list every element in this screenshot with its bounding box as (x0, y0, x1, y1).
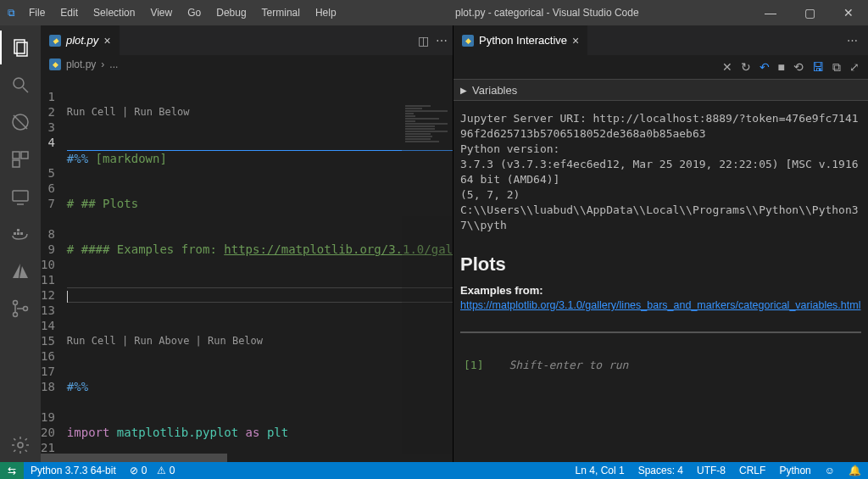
eol[interactable]: CRLF (732, 465, 772, 476)
tab-close-icon[interactable]: × (572, 34, 579, 47)
svg-line-3 (23, 87, 28, 92)
code-lines[interactable]: Run Cell | Run Below #%% [markdown] # ##… (67, 74, 453, 454)
search-icon[interactable] (0, 68, 41, 102)
python-icon: ◆ (49, 58, 61, 70)
markdown-output: Plots Examples from: https://matplotlib.… (453, 243, 868, 311)
undo-icon[interactable]: ↶ (760, 60, 770, 74)
tab-label: Python Interactive (479, 34, 567, 47)
menu-help[interactable]: Help (309, 3, 343, 22)
statusbar: ⇆ Python 3.7.3 64-bit ⊘0 ⚠0 Ln 4, Col 1 … (0, 462, 868, 479)
minimap[interactable] (402, 74, 453, 454)
scrollbar-thumb[interactable] (41, 454, 227, 462)
svg-point-2 (14, 78, 24, 88)
source-control-icon[interactable] (0, 292, 41, 326)
cursor-position[interactable]: Ln 4, Col 1 (569, 465, 632, 476)
language-mode[interactable]: Python (772, 465, 817, 476)
h-scrollbar[interactable] (41, 454, 453, 462)
svg-rect-9 (13, 191, 28, 201)
cell-number: [1] (464, 359, 483, 371)
menu-file[interactable]: File (22, 3, 52, 22)
prompt-hint: Shift-enter to run (509, 359, 628, 371)
svg-marker-15 (13, 264, 20, 278)
menu-edit[interactable]: Edit (53, 3, 85, 22)
remote-indicator[interactable]: ⇆ (0, 462, 24, 479)
svg-rect-14 (17, 229, 19, 231)
redo-icon[interactable]: ↻ (741, 60, 751, 74)
tab-python-interactive[interactable]: ◆ Python Interactive × (453, 25, 587, 55)
vscode-icon: ⧉ (0, 7, 22, 19)
svg-point-19 (24, 307, 28, 311)
encoding[interactable]: UTF-8 (690, 465, 732, 476)
breadcrumb-more[interactable]: ... (109, 58, 118, 70)
examples-link[interactable]: https://matplotlib.org/3.1.0/gallery/lin… (460, 299, 860, 311)
svg-rect-11 (14, 232, 16, 235)
svg-point-18 (14, 313, 18, 317)
svg-point-17 (14, 301, 18, 305)
azure-icon[interactable] (0, 254, 41, 288)
breadcrumb[interactable]: ◆ plot.py › ... (41, 55, 453, 74)
extensions-icon[interactable] (0, 142, 41, 176)
breadcrumb-sep: › (101, 58, 104, 70)
python-interactive-panel: ◆ Python Interactive × ⋯ ✕ ↻ ↶ ■ ⟲ 🖫 ⧉ ⤢… (453, 25, 868, 462)
explorer-icon[interactable] (0, 31, 41, 64)
menu-selection[interactable]: Selection (86, 3, 142, 22)
cursor-line[interactable] (67, 287, 453, 303)
menu-go[interactable]: Go (181, 3, 208, 22)
panel-more-icon[interactable]: ⋯ (847, 34, 868, 47)
feedback-icon[interactable]: ☺ (818, 465, 842, 476)
code-editor[interactable]: 1234567891011121314151617181920212223 Ru… (41, 74, 453, 454)
panel-tabs: ◆ Python Interactive × ⋯ (453, 25, 868, 55)
svg-rect-7 (21, 152, 28, 159)
codelens[interactable]: Run Cell | Run Below (67, 104, 453, 120)
svg-rect-13 (20, 232, 23, 235)
svg-marker-16 (19, 266, 28, 278)
line-numbers: 1234567891011121314151617181920212223 (41, 74, 67, 454)
save-icon[interactable]: 🖫 (812, 60, 824, 74)
restart-icon[interactable]: ⟲ (793, 60, 804, 74)
minimize-button[interactable]: — (751, 6, 790, 19)
clear-icon[interactable]: ✕ (722, 60, 732, 74)
variables-section[interactable]: ▶ Variables (453, 79, 868, 101)
kernel-info: Jupyter Server URI: http://localhost:888… (453, 101, 868, 243)
interactive-toolbar: ✕ ↻ ↶ ■ ⟲ 🖫 ⧉ ⤢ (453, 55, 868, 79)
export-icon[interactable]: ⧉ (832, 60, 841, 75)
chevron-right-icon: ▶ (460, 86, 467, 95)
svg-point-20 (18, 443, 23, 448)
menu-bar: File Edit Selection View Go Debug Termin… (22, 3, 343, 22)
stop-icon[interactable]: ■ (778, 60, 785, 74)
tab-label: plot.py (66, 34, 98, 47)
docker-icon[interactable] (0, 217, 41, 251)
titlebar: ⧉ File Edit Selection View Go Debug Term… (0, 0, 868, 25)
svg-rect-6 (13, 152, 19, 159)
problems[interactable]: ⊘0 ⚠0 (123, 465, 182, 476)
tab-close-icon[interactable]: × (103, 34, 110, 47)
python-icon: ◆ (49, 35, 61, 47)
window-buttons: — ▢ ✕ (751, 6, 868, 19)
settings-icon[interactable] (0, 428, 41, 462)
close-button[interactable]: ✕ (829, 6, 868, 19)
indentation[interactable]: Spaces: 4 (632, 465, 690, 476)
error-icon: ⊘ (130, 465, 138, 476)
tab-plot-py[interactable]: ◆ plot.py × (41, 25, 120, 55)
remote-icon[interactable] (0, 180, 41, 214)
maximize-button[interactable]: ▢ (790, 6, 829, 19)
python-icon: ◆ (462, 35, 474, 47)
activity-bar (0, 25, 41, 462)
python-env[interactable]: Python 3.7.3 64-bit (24, 465, 123, 476)
debug-icon[interactable] (0, 105, 41, 139)
notifications-icon[interactable]: 🔔 (842, 465, 868, 476)
warning-icon: ⚠ (157, 465, 166, 476)
breadcrumb-file[interactable]: plot.py (66, 58, 96, 70)
editor-group: ◆ plot.py × ◫ ⋯ ◆ plot.py › ... 12345678… (41, 25, 453, 462)
expand-icon[interactable]: ⤢ (849, 60, 860, 74)
examples-label: Examples from: (460, 284, 861, 297)
menu-debug[interactable]: Debug (209, 3, 253, 22)
split-editor-icon[interactable]: ◫ (418, 34, 429, 47)
more-actions-icon[interactable]: ⋯ (436, 34, 448, 47)
menu-terminal[interactable]: Terminal (255, 3, 307, 22)
input-prompt[interactable]: [1] Shift-enter to run (453, 333, 868, 371)
codelens[interactable]: Run Cell | Run Above | Run Below (67, 333, 453, 348)
menu-view[interactable]: View (143, 3, 179, 22)
window-title: plot.py - categorical - Visual Studio Co… (343, 7, 751, 19)
editor-tabs: ◆ plot.py × ◫ ⋯ (41, 25, 453, 55)
